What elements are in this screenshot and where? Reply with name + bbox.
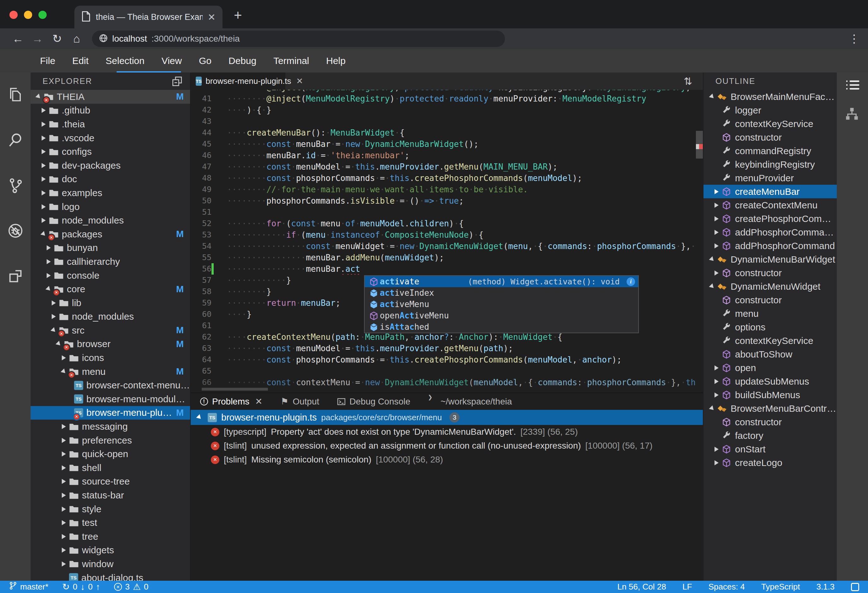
explorer-item-browser-context-menu-r...[interactable]: TSbrowser-context-menu-r... <box>31 378 190 392</box>
chevron-expanded-icon[interactable] <box>49 328 58 333</box>
outline-item-createphosphorcomma---[interactable]: createPhosphorComma... <box>704 212 837 225</box>
layout-icon[interactable] <box>851 583 859 591</box>
chevron-collapsed-icon[interactable] <box>712 460 720 465</box>
hierarchy-icon[interactable] <box>845 107 860 122</box>
code-line-48[interactable]: 48········const·phosphorCommands·=·this.… <box>191 173 695 184</box>
chevron-collapsed-icon[interactable] <box>712 230 720 235</box>
explorer-item-node-modules[interactable]: node_modules <box>31 213 190 227</box>
explorer-item-callhierarchy[interactable]: callhierarchy <box>31 255 190 269</box>
code-editor[interactable]: activate(method) Widget.activate(): void… <box>191 90 703 392</box>
home-icon[interactable]: ⌂ <box>67 32 86 45</box>
chevron-collapsed-icon[interactable] <box>44 245 53 250</box>
explorer-item-lib[interactable]: lib <box>31 296 190 310</box>
explorer-item-logo[interactable]: logo <box>31 200 190 214</box>
code-line-49[interactable]: 49········//·for·the·main·menu·we·want·a… <box>191 184 695 195</box>
explorer-item-.vscode[interactable]: .vscode <box>31 131 190 145</box>
code-line-42[interactable]: 42····)·{·} <box>191 104 695 116</box>
code-line-41[interactable]: 41········@inject(MenuModelRegistry)·pro… <box>191 93 695 104</box>
chevron-collapsed-icon[interactable] <box>49 314 58 319</box>
explorer-item-core[interactable]: ✕coreM <box>31 282 190 296</box>
code-line-55[interactable]: 55················menuBar.addMenu(menuWi… <box>191 252 695 263</box>
explorer-item-node-modules[interactable]: node_modules <box>31 310 190 324</box>
explorer-item-quick-open[interactable]: quick-open <box>31 447 190 461</box>
chevron-collapsed-icon[interactable] <box>712 216 720 221</box>
sync-status[interactable]: ↻0↓0↑ <box>62 582 100 592</box>
panel-tab---workspace-theia[interactable]: ❯_~/workspace/theia <box>428 396 512 407</box>
explorer-item-.theia[interactable]: .theia <box>31 117 190 131</box>
menu-item-view[interactable]: View <box>153 55 190 66</box>
chevron-collapsed-icon[interactable] <box>39 163 47 168</box>
chevron-collapsed-icon[interactable] <box>712 392 720 398</box>
code-line-44[interactable]: 44····createMenuBar():·MenuBarWidget·{ <box>191 127 695 138</box>
back-icon[interactable]: ← <box>8 32 28 45</box>
outline-item-contextkeyservice[interactable]: contextKeyService <box>704 117 837 130</box>
chevron-collapsed-icon[interactable] <box>712 379 720 384</box>
outline-item-constructor[interactable]: constructor <box>704 293 837 307</box>
chevron-collapsed-icon[interactable] <box>712 203 720 208</box>
problem-row[interactable]: ✕[tslint]Missing semicolon (semicolon)[1… <box>191 453 703 467</box>
code-line-65[interactable]: 65 <box>191 365 695 377</box>
explorer-item-window[interactable]: window <box>31 557 190 571</box>
git-branch-status[interactable]: master* <box>9 582 49 592</box>
chevron-expanded-icon[interactable] <box>59 369 68 374</box>
problems-status[interactable]: ✕3⚠0 <box>114 582 148 592</box>
outline-item-constructor[interactable]: constructor <box>704 415 837 429</box>
window-controls[interactable] <box>9 11 47 19</box>
problems-file-row[interactable]: TS browser-menu-plugin.ts packages/core/… <box>191 410 703 425</box>
panel-tab-output[interactable]: ⚑Output <box>280 396 319 407</box>
chevron-collapsed-icon[interactable] <box>712 243 720 248</box>
zoom-window-button[interactable] <box>38 11 47 19</box>
outline-item-menu[interactable]: menu <box>704 307 837 320</box>
chevron-collapsed-icon[interactable] <box>59 562 68 566</box>
outline-item-browsermainmenufactory[interactable]: BrowserMainMenuFactory <box>704 90 837 104</box>
reload-icon[interactable]: ↻ <box>47 32 67 45</box>
chevron-collapsed-icon[interactable] <box>59 355 68 360</box>
language-mode[interactable]: TypeScript <box>761 582 800 592</box>
version-indicator[interactable]: 3.1.3 <box>816 582 835 592</box>
code-line-64[interactable]: 64········const·phosphorCommands·=·this.… <box>191 354 695 365</box>
outline-item-menuprovider[interactable]: menuProvider <box>704 171 837 185</box>
chevron-collapsed-icon[interactable] <box>39 204 47 209</box>
outline-item-createlogo[interactable]: createLogo <box>704 456 837 469</box>
chevron-collapsed-icon[interactable] <box>59 493 68 498</box>
menu-item-help[interactable]: Help <box>318 55 354 66</box>
explorer-item-shell[interactable]: shell <box>31 461 190 475</box>
explorer-item-style[interactable]: style <box>31 502 190 516</box>
tab-close-icon[interactable]: ✕ <box>208 12 216 23</box>
explorer-item-theia[interactable]: ✕THEIAM <box>31 90 190 104</box>
suggestion-activeMenu[interactable]: activeMenu <box>365 299 638 310</box>
editor-hscrollbar[interactable] <box>202 388 268 390</box>
menu-item-go[interactable]: Go <box>190 55 220 66</box>
explorer-item-about-dialog.ts[interactable]: TSabout-dialog.ts <box>31 571 190 581</box>
explorer-item-.github[interactable]: .github <box>31 104 190 118</box>
suggestion-activate[interactable]: activate(method) Widget.activate(): void… <box>365 276 638 287</box>
problem-row[interactable]: ✕[typescript]Property 'act' does not exi… <box>191 425 703 439</box>
outline-item-constructor[interactable]: constructor <box>704 130 837 144</box>
search-icon[interactable] <box>7 132 24 148</box>
explorer-item-tree[interactable]: tree <box>31 529 190 544</box>
editor-scrollbar[interactable] <box>696 131 703 158</box>
chevron-collapsed-icon[interactable] <box>49 300 58 306</box>
code-line-53[interactable]: 53············if·(menu·instanceof·Compos… <box>191 229 695 241</box>
explorer-item-console[interactable]: console <box>31 269 190 282</box>
outline-item-buildsubmenus[interactable]: buildSubMenus <box>704 388 837 402</box>
outline-item-options[interactable]: options <box>704 320 837 334</box>
code-line-51[interactable]: 51 <box>191 207 695 218</box>
explorer-item-widgets[interactable]: widgets <box>31 544 190 558</box>
code-line-54[interactable]: 54················const·menuWidget·=·new… <box>191 241 695 252</box>
problem-row[interactable]: ✕[tslint]unused expression, expected an … <box>191 439 703 453</box>
chevron-down-icon[interactable] <box>196 414 203 421</box>
debug-off-icon[interactable] <box>7 223 24 239</box>
outline-item-createcontextmenu[interactable]: createContextMenu <box>704 198 837 212</box>
chevron-collapsed-icon[interactable] <box>59 534 68 539</box>
new-tab-button[interactable]: + <box>234 9 242 21</box>
explorer-item-preferences[interactable]: preferences <box>31 433 190 447</box>
code-line-45[interactable]: 45········const·menuBar·=·new·DynamicMen… <box>191 138 695 150</box>
outline-item-abouttoshow[interactable]: aboutToShow <box>704 348 837 361</box>
chevron-collapsed-icon[interactable] <box>39 191 47 195</box>
explorer-item-browser-menu-plugin.ts[interactable]: TS✕browser-menu-plugin.tsM <box>31 406 190 420</box>
suggestion-activeIndex[interactable]: activeIndex <box>365 287 638 299</box>
chevron-collapsed-icon[interactable] <box>59 424 68 429</box>
chevron-expanded-icon[interactable] <box>708 284 716 289</box>
outline-item-addphosphorcommand[interactable]: addPhosphorCommand <box>704 239 837 253</box>
